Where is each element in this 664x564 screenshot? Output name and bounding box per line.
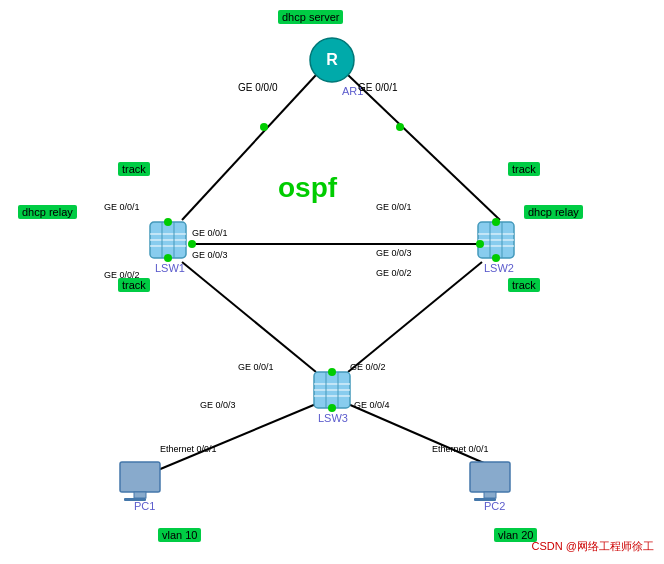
lsw2-ge002-port: GE 0/0/2	[376, 268, 412, 278]
lsw3-ge003-port: GE 0/0/3	[200, 400, 236, 410]
svg-point-37	[164, 254, 172, 262]
ospf-label: ospf	[278, 172, 337, 204]
track1-badge: track	[118, 162, 150, 176]
lsw3-ge001-port: GE 0/0/1	[238, 362, 274, 372]
track4-badge: track	[508, 278, 540, 292]
svg-point-39	[328, 368, 336, 376]
svg-point-38	[492, 254, 500, 262]
svg-point-35	[164, 218, 172, 226]
svg-line-4	[348, 262, 482, 372]
dhcp-relay1-badge: dhcp relay	[18, 205, 77, 219]
svg-rect-28	[134, 492, 146, 498]
pc1-eth-port: Ethernet 0/0/1	[160, 444, 217, 454]
lsw1-ge002-port: GE 0/0/2	[104, 270, 140, 280]
svg-point-42	[476, 240, 484, 248]
network-diagram: R	[0, 0, 664, 564]
vlan10-label: vlan 10	[158, 528, 201, 542]
svg-rect-27	[120, 462, 160, 492]
pc1-label: PC1	[134, 500, 155, 512]
svg-point-40	[328, 404, 336, 412]
lsw1-ge003-port: GE 0/0/3	[192, 250, 228, 260]
ar1-ge000-port: GE 0/0/0	[238, 82, 277, 93]
lsw1-label: LSW1	[155, 262, 185, 274]
dhcp-relay2-badge: dhcp relay	[524, 205, 583, 219]
track2-badge: track	[508, 162, 540, 176]
pc2-label: PC2	[484, 500, 505, 512]
lsw2-ge003-port: GE 0/0/3	[376, 248, 412, 258]
dhcp-server-badge: dhcp server	[278, 10, 343, 24]
lsw3-ge004-port: GE 0/0/4	[354, 400, 390, 410]
svg-point-36	[492, 218, 500, 226]
lsw3-ge002-port: GE 0/0/2	[350, 362, 386, 372]
pc2-eth-port: Ethernet 0/0/1	[432, 444, 489, 454]
track3-badge: track	[118, 278, 150, 292]
lsw1-ge001-right-port: GE 0/0/1	[192, 228, 228, 238]
svg-rect-31	[484, 492, 496, 498]
svg-rect-30	[470, 462, 510, 492]
svg-line-5	[158, 404, 316, 470]
svg-point-41	[188, 240, 196, 248]
ar1-ge001-port: GE 0/0/1	[358, 82, 397, 93]
lsw1-ge001-top-port: GE 0/0/1	[104, 202, 140, 212]
svg-point-33	[260, 123, 268, 131]
watermark: CSDN @网络工程师徐工	[532, 539, 654, 554]
svg-line-3	[182, 262, 316, 372]
svg-point-34	[396, 123, 404, 131]
lsw2-ge001-top-port: GE 0/0/1	[376, 202, 412, 212]
lsw2-label: LSW2	[484, 262, 514, 274]
svg-line-6	[348, 404, 500, 470]
svg-text:R: R	[326, 51, 338, 68]
lsw3-label: LSW3	[318, 412, 348, 424]
svg-line-1	[348, 75, 500, 220]
